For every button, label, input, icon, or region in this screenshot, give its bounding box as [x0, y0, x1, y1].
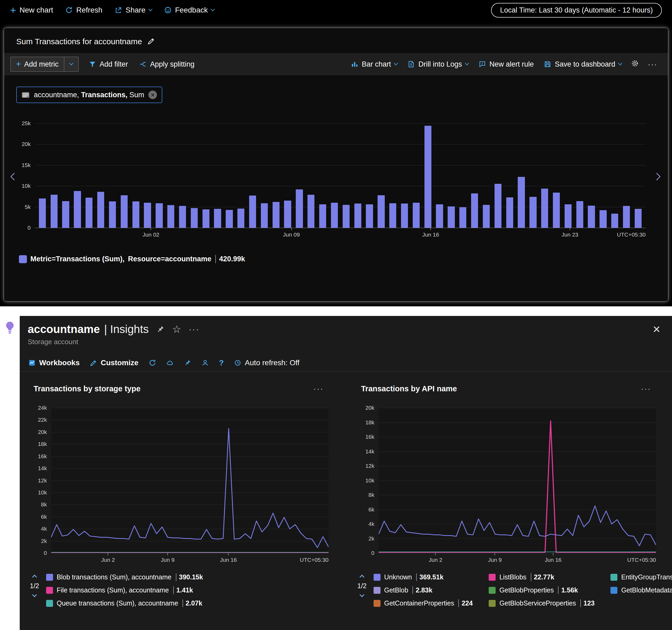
edit-title-icon[interactable] — [147, 37, 155, 46]
pin-blade-icon[interactable] — [156, 325, 165, 334]
legend-item[interactable]: Queue transactions (Sum), accountname 2.… — [46, 599, 203, 607]
legend-label: Unknown — [384, 573, 412, 581]
bar — [272, 202, 280, 228]
bar — [576, 201, 583, 228]
share-button[interactable]: Share — [115, 6, 152, 15]
community-button[interactable] — [201, 359, 209, 367]
chart-title-row: Sum Transactions for accountname — [4, 28, 668, 46]
legend-item[interactable]: File transactions (Sum), accountname 1.4… — [46, 586, 203, 594]
cloud-icon — [166, 359, 174, 367]
refresh-insights-button[interactable] — [149, 359, 156, 367]
resource-type-label: Storage account — [28, 338, 660, 346]
refresh-icon — [149, 359, 156, 367]
close-blade-icon[interactable]: × — [653, 323, 660, 336]
insights-charts-row: Transactions by storage type ··· 24k22k2… — [20, 371, 672, 630]
export-button[interactable] — [166, 359, 174, 367]
legend-item[interactable]: GetBlob 2.83k — [374, 586, 473, 594]
pager-up-icon[interactable] — [32, 575, 37, 579]
workbooks-button[interactable]: Workbooks — [28, 359, 80, 367]
metrics-top-toolbar: + New chart Refresh Share Feedback Local… — [0, 0, 672, 20]
tile-more-icon[interactable]: ··· — [639, 384, 653, 393]
pager-up-icon[interactable] — [359, 575, 364, 579]
pin-dashboard-button[interactable] — [184, 359, 191, 367]
legend-item[interactable]: ListBlobs 22.77k — [489, 573, 595, 581]
bar — [167, 205, 174, 228]
legend-item[interactable]: Blob transactions (Sum), accountname 390… — [46, 573, 203, 581]
y-tick-label: 4k — [41, 526, 47, 532]
legend-label: File transactions (Sum), accountname — [57, 586, 169, 594]
tile-more-icon[interactable]: ··· — [312, 384, 325, 393]
drill-into-logs-label: Drill into Logs — [418, 60, 462, 69]
more-options-button[interactable]: ··· — [644, 60, 662, 69]
pager-down-icon[interactable] — [359, 592, 364, 597]
history-clock-icon — [234, 359, 241, 367]
x-tick-label: Jun 9 — [488, 557, 502, 563]
drill-into-logs-button[interactable]: Drill into Logs — [403, 60, 473, 69]
legend-item[interactable]: GetBlobMetadata 390 — [610, 586, 672, 594]
y-tick-label: 0 — [27, 224, 31, 231]
legend-swatch — [610, 574, 617, 581]
metric-icon — [22, 92, 29, 98]
y-tick-label: 0 — [44, 550, 47, 556]
add-metric-button[interactable]: + Add metric — [10, 57, 79, 72]
refresh-button[interactable]: Refresh — [65, 6, 102, 15]
bar — [459, 207, 466, 228]
remove-metric-icon[interactable]: × — [148, 91, 157, 99]
favorite-star-icon[interactable]: ☆ — [172, 323, 181, 335]
legend-item[interactable]: EntityGroupTransaction 8.46k — [610, 573, 672, 581]
plot-area[interactable] — [51, 408, 329, 553]
time-range-button[interactable]: Local Time: Last 30 days (Automatic - 12… — [491, 3, 662, 18]
legend-value: 2.83k — [412, 586, 432, 594]
bars-container — [35, 123, 646, 228]
bar — [366, 204, 373, 228]
plus-icon: + — [16, 61, 21, 68]
bar — [144, 203, 151, 228]
metric-chip-row: accountname, Transactions, Sum × — [4, 75, 668, 103]
help-button[interactable]: ? — [219, 358, 224, 367]
y-axis: 24k22k20k18k16k14k12k10k8k6k4k2k0 — [28, 408, 51, 553]
chart-type-label: Bar chart — [362, 60, 391, 69]
share-icon — [115, 6, 122, 14]
insights-lightbulb-icon — [3, 320, 17, 630]
chart-legend[interactable]: Metric=Transactions (Sum), Resource=acco… — [19, 255, 668, 263]
chart-scroll-right-icon[interactable] — [653, 173, 661, 180]
add-filter-button[interactable]: Add filter — [84, 60, 133, 69]
y-tick-label: 22k — [38, 417, 47, 423]
metric-chip[interactable]: accountname, Transactions, Sum × — [16, 87, 162, 103]
auto-refresh-button[interactable]: Auto refresh: Off — [234, 359, 299, 367]
bar — [308, 195, 314, 228]
chart-type-button[interactable]: Bar chart — [346, 60, 402, 69]
legend-item[interactable]: GetContainerProperties 224 — [374, 599, 473, 607]
bar-chart-icon — [351, 60, 358, 68]
legend-item[interactable]: GetBlobProperties 1.56k — [489, 586, 595, 594]
pager-label: 1/2 — [30, 582, 39, 590]
new-chart-button[interactable]: + New chart — [10, 6, 53, 15]
bar — [249, 196, 256, 228]
legend-swatch — [374, 574, 381, 581]
y-axis: 20k18k16k14k12k10k8k6k4k2k0 — [355, 408, 379, 553]
bar — [635, 209, 642, 228]
legend-value: 22.77k — [531, 573, 554, 581]
chart-region: 25k20k15k10k5k0 Jun 02Jun 09Jun 16Jun 23… — [4, 123, 668, 240]
bar — [541, 189, 548, 228]
chevron-down-icon — [618, 61, 622, 65]
bar — [284, 200, 291, 228]
blade-more-icon[interactable]: ··· — [189, 324, 199, 334]
y-tick-label: 25k — [22, 120, 31, 126]
settings-button[interactable] — [627, 60, 643, 69]
pager-down-icon[interactable] — [32, 592, 37, 597]
save-to-dashboard-button[interactable]: Save to dashboard — [539, 60, 626, 69]
add-metric-dropdown[interactable] — [64, 57, 78, 71]
bar — [51, 195, 57, 228]
bar — [39, 198, 46, 228]
customize-button[interactable]: Customize — [90, 359, 139, 367]
legend-value: 224 — [458, 599, 473, 607]
legend-item[interactable]: GetBlobServiceProperties 123 — [489, 599, 595, 607]
x-tick-label: Jun 16 — [545, 557, 561, 563]
feedback-button[interactable]: Feedback — [164, 6, 214, 15]
new-alert-rule-button[interactable]: New alert rule — [474, 60, 539, 69]
plot-area[interactable] — [379, 408, 656, 553]
plot-area[interactable] — [35, 123, 646, 228]
apply-splitting-button[interactable]: Apply splitting — [134, 60, 199, 69]
legend-item[interactable]: Unknown 369.51k — [374, 573, 473, 581]
